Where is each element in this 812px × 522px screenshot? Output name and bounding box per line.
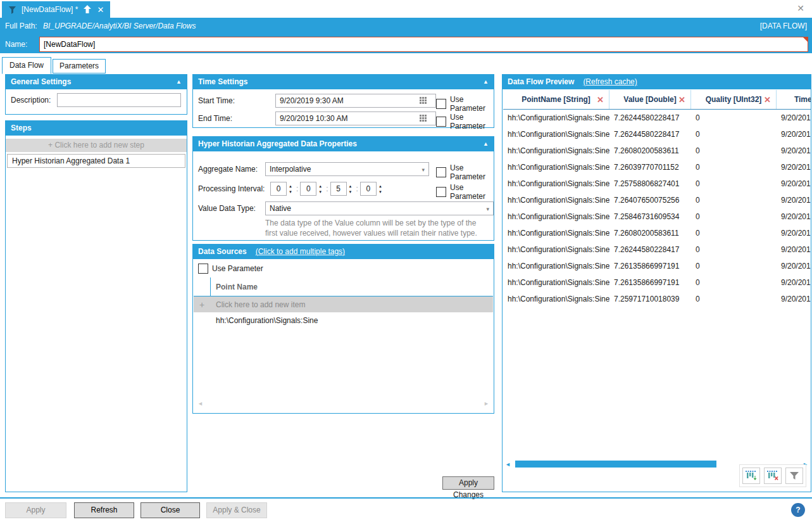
collapse-icon[interactable]: ▲ — [176, 75, 182, 89]
apply-close-button[interactable]: Apply & Close — [206, 502, 267, 518]
description-input[interactable] — [57, 93, 181, 107]
scroll-left-icon[interactable]: ◄ — [505, 461, 511, 468]
data-sources-title: Data Sources — [198, 245, 247, 259]
checkbox[interactable] — [198, 264, 208, 274]
scroll-right-icon[interactable]: ► — [484, 400, 489, 407]
help-button[interactable]: ? — [791, 503, 805, 517]
interval-stepper[interactable]: 0▲▼ — [270, 182, 294, 196]
end-time-input[interactable]: 9/20/2019 10:30 AM — [275, 111, 436, 125]
time-settings-title: Time Settings — [198, 75, 247, 89]
spinner-up-icon[interactable]: ▲ — [318, 184, 322, 188]
navigate-up-icon[interactable] — [83, 5, 92, 14]
interval-value[interactable]: 0 — [300, 182, 316, 196]
table-row[interactable]: hh:\Configuration\Signals:Sine7.25971710… — [503, 291, 811, 307]
spinner-up-icon[interactable]: ▲ — [289, 184, 292, 188]
checkbox[interactable] — [436, 99, 446, 109]
refresh-cache-link[interactable]: (Refresh cache) — [583, 75, 637, 89]
apply-changes-button[interactable]: Apply Changes — [442, 476, 494, 490]
data-source-row[interactable]: hh:\Configuration\Signals:Sine — [194, 312, 493, 328]
step-item[interactable]: Hyper Historian Aggregated Data 1 — [7, 154, 185, 168]
stepper-arrows[interactable]: ▲▼ — [347, 182, 354, 196]
table-row[interactable]: hh:\Configuration\Signals:Sine7.26135866… — [503, 258, 811, 274]
checkbox[interactable] — [436, 117, 446, 127]
collapse-icon[interactable]: ▲ — [483, 75, 489, 89]
scroll-left-icon[interactable]: ◄ — [197, 400, 203, 407]
delete-column-icon[interactable]: ✕ — [764, 95, 771, 105]
stepper-arrows[interactable]: ▲▼ — [316, 182, 324, 196]
table-row[interactable]: hh:\Configuration\Signals:Sine7.26244580… — [503, 126, 811, 143]
start-time-input[interactable]: 9/20/2019 9:30 AM — [275, 94, 436, 108]
table-cell: 7.26080200583611 — [609, 229, 691, 238]
steps-title: Steps — [11, 121, 32, 136]
table-row[interactable]: hh:\Configuration\Signals:Sine7.26039770… — [503, 159, 811, 175]
table-row[interactable]: hh:\Configuration\Signals:Sine7.26080200… — [503, 225, 811, 241]
data-sources-use-parameter[interactable]: Use Parameter — [198, 264, 263, 274]
spinner-down-icon[interactable]: ▼ — [289, 190, 292, 194]
aggregate-name-value: Interpolative — [270, 165, 311, 174]
apply-button[interactable]: Apply — [5, 502, 66, 518]
tab-parameters[interactable]: Parameters — [53, 59, 106, 73]
checkbox[interactable] — [436, 187, 446, 197]
table-row[interactable]: hh:\Configuration\Signals:Sine7.26080200… — [503, 143, 811, 159]
column-header[interactable]: PointName [String]✕ — [503, 90, 609, 109]
window-close-icon[interactable]: ✕ — [797, 4, 804, 13]
table-cell: 0 — [691, 146, 777, 155]
add-column-button[interactable] — [742, 468, 760, 484]
table-row[interactable]: hh:\Configuration\Signals:Sine7.25758806… — [503, 175, 811, 192]
delete-column-icon[interactable]: ✕ — [678, 95, 685, 105]
column-header-label: Value [Double] — [623, 95, 676, 104]
filter-button[interactable] — [785, 468, 803, 484]
column-header[interactable]: Timestamp✕ — [777, 90, 811, 109]
close-button[interactable]: Close — [141, 502, 200, 518]
name-input[interactable]: [NewDataFlow] — [39, 37, 808, 52]
table-cell: 7.26135866997191 — [609, 278, 691, 287]
add-item-row[interactable]: + Click here to add new item — [194, 296, 493, 312]
table-row[interactable]: hh:\Configuration\Signals:Sine7.26135866… — [503, 274, 811, 291]
interval-stepper[interactable]: 0▲▼ — [300, 182, 324, 196]
value-data-type-dropdown[interactable]: Native ▾ — [265, 201, 494, 215]
interval-use-parameter[interactable]: Use Parameter — [436, 183, 494, 201]
add-multiple-tags-link[interactable]: (Click to add multiple tags) — [256, 245, 345, 259]
spinner-down-icon[interactable]: ▼ — [378, 190, 382, 194]
aggregate-name-dropdown[interactable]: Interpolative ▾ — [265, 162, 429, 176]
table-row[interactable]: hh:\Configuration\Signals:Sine7.26407650… — [503, 192, 811, 208]
spinner-up-icon[interactable]: ▲ — [349, 184, 353, 188]
end-time-use-parameter[interactable]: Use Parameter — [436, 113, 494, 130]
collapse-icon[interactable]: ▲ — [483, 137, 489, 151]
scrollbar-thumb[interactable] — [515, 461, 716, 468]
add-step-button[interactable]: + Click here to add new step — [6, 139, 187, 152]
table-row[interactable]: hh:\Configuration\Signals:Sine7.25846731… — [503, 208, 811, 225]
table-cell: hh:\Configuration\Signals:Sine — [503, 295, 609, 303]
column-header[interactable]: Value [Double]✕ — [609, 90, 691, 109]
interval-value[interactable]: 0 — [270, 182, 287, 196]
tab-data-flow[interactable]: Data Flow — [2, 57, 51, 74]
delete-column-icon[interactable]: ✕ — [597, 95, 604, 105]
table-cell: 7.26039770701152 — [609, 163, 691, 172]
document-tab[interactable]: [NewDataFlow] * ✕ — [2, 1, 110, 18]
interval-value[interactable]: 5 — [330, 182, 347, 196]
table-row[interactable]: hh:\Configuration\Signals:Sine7.26244580… — [503, 110, 811, 126]
table-cell: 9/20/2019 — [777, 196, 811, 205]
stepper-arrows[interactable]: ▲▼ — [287, 182, 294, 196]
interval-value[interactable]: 0 — [360, 182, 377, 196]
table-row[interactable]: hh:\Configuration\Signals:Sine7.26244580… — [503, 241, 811, 258]
column-header[interactable]: Quality [UInt32]✕ — [691, 90, 777, 109]
remove-column-button[interactable] — [764, 468, 782, 484]
spinner-up-icon[interactable]: ▲ — [378, 184, 382, 188]
spinner-down-icon[interactable]: ▼ — [318, 190, 322, 194]
value-data-type-value: Native — [270, 204, 291, 213]
table-cell: 9/20/2019 — [777, 212, 811, 221]
table-cell: 9/20/2019 — [777, 229, 811, 238]
aggregate-use-parameter[interactable]: Use Parameter — [436, 163, 494, 181]
interval-stepper[interactable]: 0▲▼ — [360, 182, 384, 196]
checkbox[interactable] — [436, 167, 446, 177]
spinner-down-icon[interactable]: ▼ — [349, 190, 353, 194]
tab-close-icon[interactable]: ✕ — [97, 5, 104, 15]
column-header-label: PointName [String] — [522, 95, 590, 104]
interval-stepper[interactable]: 5▲▼ — [330, 182, 354, 196]
refresh-button[interactable]: Refresh — [74, 502, 134, 518]
use-parameter-label: Use Parameter — [450, 95, 494, 113]
column-header-label: Timestamp — [794, 95, 811, 104]
stepper-arrows[interactable]: ▲▼ — [377, 182, 384, 196]
start-time-use-parameter[interactable]: Use Parameter — [436, 95, 494, 113]
